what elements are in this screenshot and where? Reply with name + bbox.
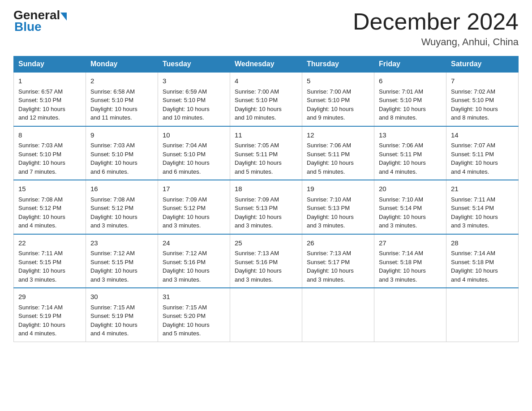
calendar-cell: 16Sunrise: 7:08 AMSunset: 5:12 PMDayligh…: [86, 180, 158, 234]
title-block: December 2024 Wuyang, Anhui, China: [353, 9, 519, 48]
cell-content: Sunrise: 7:10 AMSunset: 5:13 PMDaylight:…: [307, 195, 369, 230]
day-number: 20: [379, 184, 442, 194]
calendar-cell: 21Sunrise: 7:11 AMSunset: 5:14 PMDayligh…: [446, 180, 519, 234]
weekday-header-saturday: Saturday: [446, 56, 519, 73]
cell-content: Sunrise: 7:09 AMSunset: 5:12 PMDaylight:…: [163, 195, 225, 230]
cell-content: Sunrise: 7:06 AMSunset: 5:11 PMDaylight:…: [307, 141, 369, 176]
day-number: 17: [163, 184, 225, 194]
weekday-header-tuesday: Tuesday: [158, 56, 230, 73]
calendar-cell: 23Sunrise: 7:12 AMSunset: 5:15 PMDayligh…: [86, 234, 158, 288]
day-number: 19: [307, 184, 369, 194]
cell-content: Sunrise: 7:12 AMSunset: 5:15 PMDaylight:…: [90, 249, 153, 284]
calendar-cell: 31Sunrise: 7:15 AMSunset: 5:20 PMDayligh…: [158, 288, 230, 342]
calendar-cell: 15Sunrise: 7:08 AMSunset: 5:12 PMDayligh…: [14, 180, 86, 234]
day-number: 12: [307, 130, 369, 141]
cell-content: Sunrise: 7:08 AMSunset: 5:12 PMDaylight:…: [90, 195, 153, 230]
weekday-header-thursday: Thursday: [302, 56, 374, 73]
calendar-cell: 18Sunrise: 7:09 AMSunset: 5:13 PMDayligh…: [230, 180, 302, 234]
cell-content: Sunrise: 6:59 AMSunset: 5:10 PMDaylight:…: [163, 87, 225, 122]
cell-content: Sunrise: 7:01 AMSunset: 5:10 PMDaylight:…: [379, 87, 442, 122]
day-number: 3: [163, 76, 225, 86]
calendar-cell: 13Sunrise: 7:06 AMSunset: 5:11 PMDayligh…: [374, 126, 446, 180]
cell-content: Sunrise: 7:09 AMSunset: 5:13 PMDaylight:…: [235, 195, 297, 230]
day-number: 1: [18, 76, 81, 86]
calendar-cell: 27Sunrise: 7:14 AMSunset: 5:18 PMDayligh…: [374, 234, 446, 288]
day-number: 23: [90, 238, 153, 248]
month-title: December 2024: [353, 9, 519, 34]
cell-content: Sunrise: 7:14 AMSunset: 5:18 PMDaylight:…: [451, 249, 514, 284]
calendar-week-row: 29Sunrise: 7:14 AMSunset: 5:19 PMDayligh…: [14, 288, 519, 342]
day-number: 6: [379, 76, 442, 86]
cell-content: Sunrise: 7:08 AMSunset: 5:12 PMDaylight:…: [18, 195, 81, 230]
cell-content: Sunrise: 6:57 AMSunset: 5:10 PMDaylight:…: [18, 87, 81, 122]
logo-triangle-icon: [60, 13, 67, 21]
cell-content: Sunrise: 6:58 AMSunset: 5:10 PMDaylight:…: [90, 87, 153, 122]
weekday-header-sunday: Sunday: [14, 56, 86, 73]
day-number: 14: [451, 130, 514, 141]
day-number: 2: [90, 76, 153, 86]
day-number: 8: [18, 130, 81, 141]
day-number: 5: [307, 76, 369, 86]
day-number: 10: [163, 130, 225, 141]
day-number: 11: [235, 130, 297, 141]
calendar-cell: 10Sunrise: 7:04 AMSunset: 5:10 PMDayligh…: [158, 126, 230, 180]
calendar-cell: [230, 288, 302, 342]
cell-content: Sunrise: 7:05 AMSunset: 5:11 PMDaylight:…: [235, 141, 297, 176]
page-header: General Blue December 2024 Wuyang, Anhui…: [13, 9, 519, 48]
calendar-cell: 2Sunrise: 6:58 AMSunset: 5:10 PMDaylight…: [86, 72, 158, 126]
day-number: 7: [451, 76, 514, 86]
day-number: 21: [451, 184, 514, 194]
calendar-cell: 3Sunrise: 6:59 AMSunset: 5:10 PMDaylight…: [158, 72, 230, 126]
cell-content: Sunrise: 7:14 AMSunset: 5:18 PMDaylight:…: [379, 249, 442, 284]
weekday-header-monday: Monday: [86, 56, 158, 73]
day-number: 22: [18, 238, 81, 248]
day-number: 4: [235, 76, 297, 86]
weekday-header-wednesday: Wednesday: [230, 56, 302, 73]
cell-content: Sunrise: 7:11 AMSunset: 5:14 PMDaylight:…: [451, 195, 514, 230]
day-number: 26: [307, 238, 369, 248]
calendar-cell: 19Sunrise: 7:10 AMSunset: 5:13 PMDayligh…: [302, 180, 374, 234]
calendar-cell: 14Sunrise: 7:07 AMSunset: 5:11 PMDayligh…: [446, 126, 519, 180]
calendar-cell: 22Sunrise: 7:11 AMSunset: 5:15 PMDayligh…: [14, 234, 86, 288]
day-number: 29: [18, 292, 81, 302]
calendar-cell: 25Sunrise: 7:13 AMSunset: 5:16 PMDayligh…: [230, 234, 302, 288]
day-number: 31: [163, 292, 225, 302]
cell-content: Sunrise: 7:03 AMSunset: 5:10 PMDaylight:…: [18, 141, 81, 176]
cell-content: Sunrise: 7:11 AMSunset: 5:15 PMDaylight:…: [18, 249, 81, 284]
day-number: 24: [163, 238, 225, 248]
weekday-header-row: SundayMondayTuesdayWednesdayThursdayFrid…: [14, 56, 519, 73]
calendar-cell: 17Sunrise: 7:09 AMSunset: 5:12 PMDayligh…: [158, 180, 230, 234]
calendar-cell: 4Sunrise: 7:00 AMSunset: 5:10 PMDaylight…: [230, 72, 302, 126]
day-number: 27: [379, 238, 442, 248]
cell-content: Sunrise: 7:14 AMSunset: 5:19 PMDaylight:…: [18, 303, 81, 338]
calendar-cell: 7Sunrise: 7:02 AMSunset: 5:10 PMDaylight…: [446, 72, 519, 126]
day-number: 9: [90, 130, 153, 141]
calendar-cell: 29Sunrise: 7:14 AMSunset: 5:19 PMDayligh…: [14, 288, 86, 342]
calendar-cell: 28Sunrise: 7:14 AMSunset: 5:18 PMDayligh…: [446, 234, 519, 288]
calendar-week-row: 15Sunrise: 7:08 AMSunset: 5:12 PMDayligh…: [14, 180, 519, 234]
cell-content: Sunrise: 7:02 AMSunset: 5:10 PMDaylight:…: [451, 87, 514, 122]
calendar-week-row: 22Sunrise: 7:11 AMSunset: 5:15 PMDayligh…: [14, 234, 519, 288]
calendar-cell: 1Sunrise: 6:57 AMSunset: 5:10 PMDaylight…: [14, 72, 86, 126]
cell-content: Sunrise: 7:15 AMSunset: 5:20 PMDaylight:…: [163, 303, 225, 338]
cell-content: Sunrise: 7:07 AMSunset: 5:11 PMDaylight:…: [451, 141, 514, 176]
cell-content: Sunrise: 7:03 AMSunset: 5:10 PMDaylight:…: [90, 141, 153, 176]
location: Wuyang, Anhui, China: [353, 36, 519, 48]
calendar-cell: 5Sunrise: 7:00 AMSunset: 5:10 PMDaylight…: [302, 72, 374, 126]
day-number: 15: [18, 184, 81, 194]
logo-blue-text: Blue: [14, 20, 42, 34]
day-number: 18: [235, 184, 297, 194]
day-number: 16: [90, 184, 153, 194]
calendar-cell: 30Sunrise: 7:15 AMSunset: 5:19 PMDayligh…: [86, 288, 158, 342]
day-number: 25: [235, 238, 297, 248]
cell-content: Sunrise: 7:00 AMSunset: 5:10 PMDaylight:…: [235, 87, 297, 122]
calendar-cell: 9Sunrise: 7:03 AMSunset: 5:10 PMDaylight…: [86, 126, 158, 180]
cell-content: Sunrise: 7:13 AMSunset: 5:16 PMDaylight:…: [235, 249, 297, 284]
calendar-cell: 26Sunrise: 7:13 AMSunset: 5:17 PMDayligh…: [302, 234, 374, 288]
cell-content: Sunrise: 7:15 AMSunset: 5:19 PMDaylight:…: [90, 303, 153, 338]
calendar-cell: 20Sunrise: 7:10 AMSunset: 5:14 PMDayligh…: [374, 180, 446, 234]
cell-content: Sunrise: 7:13 AMSunset: 5:17 PMDaylight:…: [307, 249, 369, 284]
calendar-table: SundayMondayTuesdayWednesdayThursdayFrid…: [13, 56, 519, 342]
day-number: 30: [90, 292, 153, 302]
cell-content: Sunrise: 7:12 AMSunset: 5:16 PMDaylight:…: [163, 249, 225, 284]
